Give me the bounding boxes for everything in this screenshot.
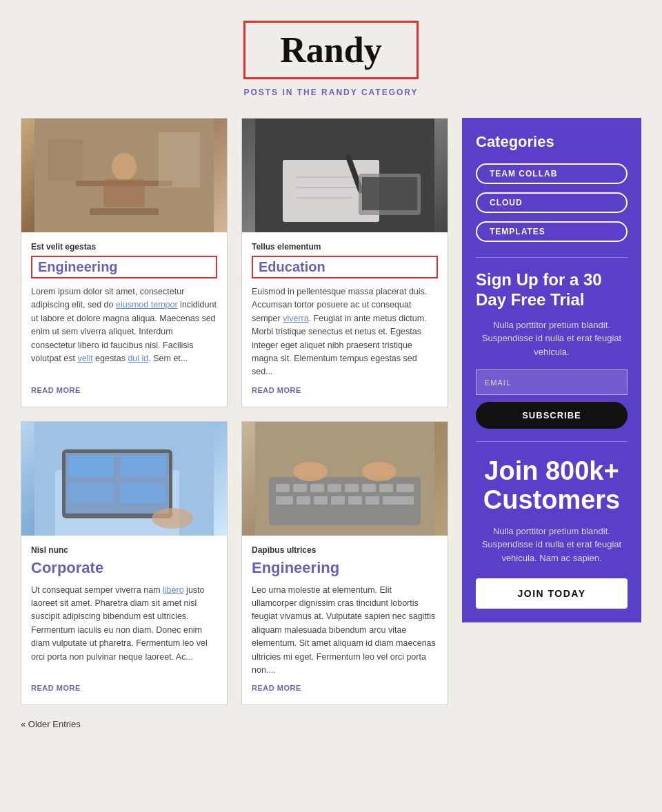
email-input[interactable] [476,369,628,395]
post-title: Education [259,259,325,274]
main-layout: Est velit egestas Engineering Lorem ipsu… [21,118,641,705]
page-title: Randy [280,30,381,70]
svg-rect-38 [276,496,293,505]
post-excerpt: Euismod in pellentesque massa placerat d… [252,285,438,379]
svg-rect-31 [293,484,307,492]
svg-rect-34 [345,484,359,492]
page-subtitle: POSTS IN THE RANDY CATEGORY [21,88,641,97]
post-meta: Tellus elementum [252,242,438,252]
svg-rect-36 [379,484,393,492]
posts-grid: Est velit egestas Engineering Lorem ipsu… [21,118,448,705]
svg-rect-40 [314,496,328,505]
svg-rect-25 [121,483,166,503]
page-wrapper: Randy POSTS IN THE RANDY CATEGORY [0,0,662,757]
read-more-link[interactable]: READ MORE [31,386,217,394]
category-tag-cloud[interactable]: CLOUD [476,192,628,213]
post-image [21,422,227,536]
svg-rect-30 [276,484,290,492]
post-card: Dapibus ultrices Engineering Leo urna mo… [241,421,448,706]
read-more-link[interactable]: READ MORE [252,684,438,692]
post-title-box: Engineering [31,256,217,278]
subscribe-button[interactable]: SUBSCRIBE [476,402,628,429]
sidebar-join: Join 800k+ Customers Nulla porttitor pre… [476,454,628,609]
read-more-link[interactable]: READ MORE [31,684,217,692]
signup-title: Sign Up for a 30 Day Free Trial [476,270,628,310]
post-image [21,119,227,232]
sidebar: Categories TEAM COLLAB CLOUD TEMPLATES S… [462,118,641,705]
svg-point-46 [362,462,397,481]
svg-rect-44 [383,496,414,505]
categories-title: Categories [476,133,628,151]
post-image [242,422,448,536]
category-tag-templates[interactable]: TEMPLATES [476,221,628,242]
svg-rect-41 [331,496,345,505]
svg-rect-6 [159,132,200,187]
title-box: Randy [243,21,418,79]
older-entries-link[interactable]: « Older Entries [21,719,81,729]
post-title: Engineering [252,559,339,576]
post-card: Tellus elementum Education Euismod in pe… [241,118,448,407]
svg-point-3 [112,153,137,181]
join-button[interactable]: JOIN TODAY [476,578,628,609]
svg-rect-4 [103,179,145,207]
categories-list: TEAM COLLAB CLOUD TEMPLATES [476,163,628,250]
post-title: Engineering [38,259,118,274]
svg-rect-37 [397,484,414,492]
post-excerpt: Ut consequat semper viverra nam libero j… [31,584,217,678]
post-body: Dapibus ultrices Engineering Leo urna mo… [242,536,448,705]
post-title: Corporate [31,559,103,576]
svg-point-26 [152,508,193,529]
svg-rect-43 [365,496,379,505]
svg-rect-42 [348,496,362,505]
sidebar-signup: Sign Up for a 30 Day Free Trial Nulla po… [476,270,628,429]
join-title: Join 800k+ Customers [476,457,628,515]
post-title-box: Education [252,256,438,278]
svg-rect-22 [69,456,114,477]
svg-rect-5 [90,208,159,215]
sidebar-categories: Categories TEAM COLLAB CLOUD TEMPLATES S… [462,118,641,622]
pagination: « Older Entries [21,719,641,729]
signup-desc: Nulla porttitor pretium blandit. Suspend… [476,318,628,359]
category-tag-teamcollab[interactable]: TEAM COLLAB [476,163,628,184]
post-title-no-box: Corporate [31,559,217,577]
svg-rect-39 [297,496,310,505]
post-meta: Dapibus ultrices [252,545,438,555]
post-meta: Est velit egestas [31,242,217,252]
svg-rect-16 [362,177,417,210]
post-excerpt: Leo urna molestie at elementum. Elit ull… [252,584,438,678]
svg-rect-23 [121,456,166,477]
svg-rect-32 [310,484,324,492]
svg-rect-24 [69,483,114,503]
page-header: Randy POSTS IN THE RANDY CATEGORY [21,21,641,97]
post-card: Nisl nunc Corporate Ut consequat semper … [21,421,228,706]
svg-rect-7 [48,139,83,181]
svg-point-45 [293,462,328,481]
svg-rect-35 [362,484,376,492]
post-body: Nisl nunc Corporate Ut consequat semper … [21,536,227,705]
post-excerpt: Lorem ipsum dolor sit amet, consectetur … [31,285,217,379]
sidebar-divider [476,257,628,258]
post-meta: Nisl nunc [31,545,217,555]
svg-rect-33 [328,484,341,492]
read-more-link[interactable]: READ MORE [252,386,438,394]
post-card: Est velit egestas Engineering Lorem ipsu… [21,118,228,407]
join-desc: Nulla porttitor pretium blandit. Suspend… [476,525,628,565]
post-body: Est velit egestas Engineering Lorem ipsu… [21,232,227,407]
sidebar-divider2 [476,441,628,442]
post-title-no-box: Engineering [252,559,438,577]
post-body: Tellus elementum Education Euismod in pe… [242,232,448,407]
post-image [242,119,448,232]
